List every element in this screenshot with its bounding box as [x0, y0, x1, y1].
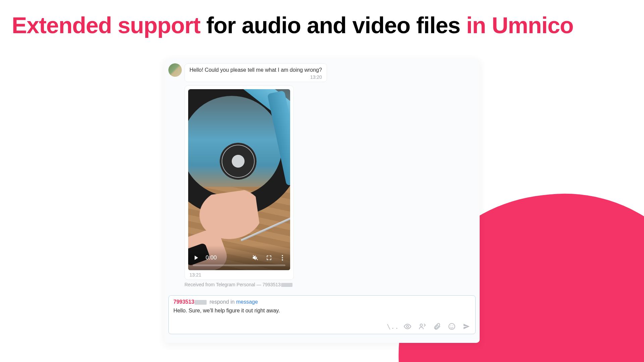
- svg-point-7: [452, 325, 453, 326]
- message-time: 13:20: [190, 74, 322, 80]
- attachment-icon[interactable]: [433, 322, 441, 330]
- reply-box[interactable]: 7993513 respond in message Hello. Sure, …: [168, 295, 476, 334]
- reply-mode-link[interactable]: message: [236, 299, 258, 305]
- svg-point-6: [450, 325, 451, 326]
- more-vert-icon[interactable]: [279, 254, 286, 261]
- reply-to-number: 7993513: [173, 299, 194, 305]
- respond-in-label: respond in: [208, 299, 236, 305]
- redacted-suffix: [281, 283, 292, 287]
- headline-part-1: Extended support: [12, 12, 200, 38]
- svg-point-4: [420, 324, 423, 326]
- received-number: 7993513: [262, 282, 281, 287]
- emoji-icon[interactable]: [448, 322, 456, 330]
- video-bubble: 0:00 13:21: [184, 85, 294, 280]
- reply-header: 7993513 respond in message: [173, 299, 471, 305]
- fullscreen-icon[interactable]: [265, 254, 273, 261]
- avatar[interactable]: [168, 63, 182, 77]
- video-message: 0:00 13:21: [184, 85, 294, 280]
- message-bubble: Hello! Could you please tell me what I a…: [184, 63, 327, 82]
- mute-icon[interactable]: [252, 254, 259, 261]
- video-player[interactable]: 0:00: [188, 89, 290, 270]
- video-current-time: 0:00: [206, 254, 217, 261]
- send-icon[interactable]: [463, 322, 471, 330]
- reply-toolbar: \..: [173, 322, 471, 330]
- tag-user-icon[interactable]: [418, 322, 426, 330]
- headline-part-2: for audio and video files: [200, 12, 466, 38]
- video-thumbnail: [188, 89, 290, 270]
- page-headline: Extended support for audio and video fil…: [12, 13, 574, 38]
- video-controls: 0:00: [188, 245, 290, 270]
- svg-point-3: [407, 325, 409, 327]
- message-text: Hello! Could you please tell me what I a…: [190, 67, 322, 73]
- svg-point-1: [282, 257, 283, 258]
- play-icon[interactable]: [192, 254, 200, 261]
- chat-panel: Hello! Could you please tell me what I a…: [164, 59, 480, 343]
- visibility-icon[interactable]: [404, 322, 412, 330]
- video-sent-time: 13:21: [188, 272, 290, 278]
- received-prefix: Received from Telegram Personal —: [184, 282, 262, 287]
- svg-point-0: [282, 255, 283, 256]
- headline-part-3: in Umnico: [466, 12, 574, 38]
- incoming-message: Hello! Could you please tell me what I a…: [168, 63, 476, 82]
- svg-point-5: [449, 323, 455, 329]
- reply-input[interactable]: Hello. Sure, we'll help figure it out ri…: [173, 308, 471, 316]
- svg-point-2: [282, 259, 283, 261]
- video-progress[interactable]: [193, 264, 285, 266]
- received-from-label: Received from Telegram Personal — 799351…: [184, 282, 476, 287]
- slash-command-icon[interactable]: \..: [389, 322, 397, 330]
- redacted-suffix-2: [195, 300, 207, 305]
